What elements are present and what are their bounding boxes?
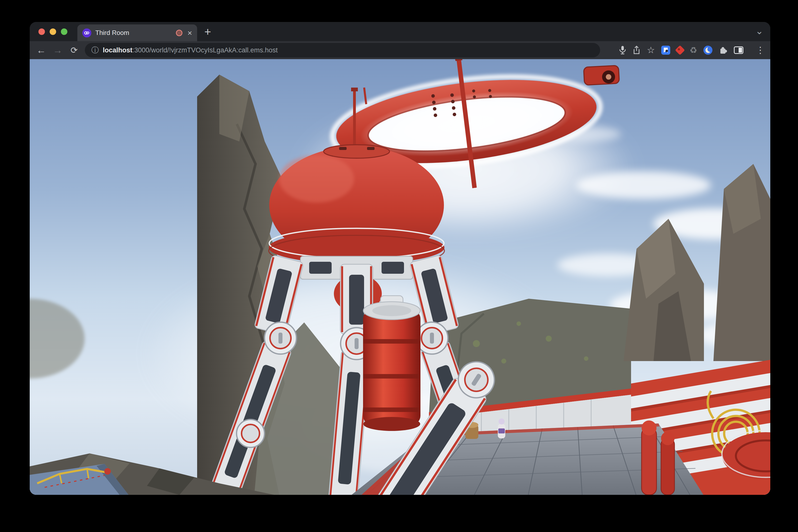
minimize-window-button[interactable] — [50, 28, 56, 35]
new-tab-button[interactable]: + — [204, 25, 211, 38]
bookmark-star-icon[interactable]: ☆ — [647, 45, 655, 55]
world-render — [30, 59, 770, 495]
window-controls — [38, 28, 68, 35]
browser-menu-icon[interactable]: ⋮ — [756, 45, 765, 55]
forward-button[interactable]: → — [52, 44, 64, 56]
recording-indicator-icon — [176, 30, 183, 36]
tab-title: Third Room — [95, 29, 176, 37]
dark-mode-extension-icon[interactable] — [703, 46, 712, 55]
toolbar-actions: ☆ ♻ ⋮ — [619, 41, 765, 59]
browser-tab[interactable]: Third Room × — [77, 24, 197, 41]
red-diamond-extension-icon[interactable] — [677, 47, 683, 54]
reload-button[interactable]: ⟳ — [68, 44, 80, 56]
fullscreen-window-button[interactable] — [61, 28, 68, 35]
screenshot-stage: Third Room × + ⌄ ← → ⟳ ⓘ localhost:3000/… — [0, 0, 798, 532]
share-icon[interactable] — [632, 45, 641, 55]
tab-favicon-icon — [82, 28, 91, 37]
recycle-extension-icon[interactable]: ♻ — [690, 45, 697, 55]
close-window-button[interactable] — [38, 28, 45, 35]
browser-titlebar: Third Room × + ⌄ — [30, 22, 770, 41]
extensions-puzzle-icon[interactable] — [719, 46, 728, 55]
browser-window: Third Room × + ⌄ ← → ⟳ ⓘ localhost:3000/… — [30, 22, 770, 495]
url-path: :3000/world/!vjrzmTVOcyIsLgaAkA:call.ems… — [133, 46, 278, 54]
back-button[interactable]: ← — [35, 44, 47, 56]
microphone-icon[interactable] — [619, 45, 626, 55]
site-info-icon[interactable]: ⓘ — [91, 45, 99, 55]
url-host: localhost — [103, 46, 133, 54]
tab-search-chevron-icon[interactable]: ⌄ — [755, 25, 763, 36]
viewport-3d[interactable]: ESC Open Overlay Home World 0 Notificati… — [30, 59, 770, 495]
url-text: localhost:3000/world/!vjrzmTVOcyIsLgaAkA… — [103, 46, 278, 54]
tab-close-button[interactable]: × — [187, 29, 192, 37]
sidebar-toggle-icon[interactable] — [734, 46, 743, 54]
url-bar[interactable]: ⓘ localhost:3000/world/!vjrzmTVOcyIsLgaA… — [85, 43, 600, 57]
browser-toolbar: ← → ⟳ ⓘ localhost:3000/world/!vjrzmTVOcy… — [30, 41, 770, 59]
password-manager-extension-icon[interactable] — [661, 46, 670, 55]
